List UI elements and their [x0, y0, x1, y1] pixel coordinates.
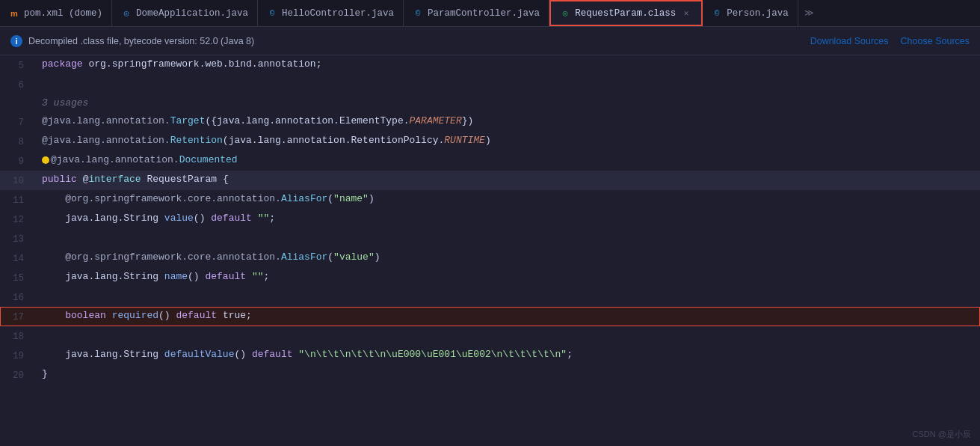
code-line-13: 13 — [0, 229, 980, 248]
line-content-5: package org.springframework.web.bind.ann… — [36, 55, 980, 73]
line-content-17: boolean required() default true; — [36, 307, 980, 325]
tab-dome-application[interactable]: ◎ DomeApplication.java — [112, 0, 258, 26]
code-line-10: 10 public @interface RequestParam { — [0, 171, 980, 190]
tab-pom[interactable]: m pom.xml (dome) — [0, 0, 112, 26]
line-num-8: 8 — [0, 132, 36, 151]
code-line-6: 6 — [0, 75, 980, 94]
tab-request-label: RequestParam.class — [575, 8, 676, 19]
code-line-19: 19 java.lang.String defaultValue() defau… — [0, 346, 980, 365]
line-num-5: 5 — [0, 55, 36, 75]
info-left: i Decompiled .class file, bytecode versi… — [10, 35, 254, 47]
tab-person-label: Person.java — [727, 8, 789, 19]
line-num-usages — [0, 94, 36, 96]
line-content-13 — [36, 229, 980, 232]
tab-dome-label: DomeApplication.java — [136, 8, 248, 19]
line-num-14: 14 — [0, 248, 36, 268]
download-sources-link[interactable]: Download Sources — [810, 36, 889, 46]
line-content-7: @java.lang.annotation.Target({java.lang.… — [36, 112, 980, 130]
tab-close-button[interactable]: ✕ — [680, 7, 692, 19]
code-line-15: 15 java.lang.String name() default ""; — [0, 268, 980, 287]
code-line-7: 7 @java.lang.annotation.Target({java.lan… — [0, 112, 980, 132]
code-area: 5 package org.springframework.web.bind.a… — [0, 55, 980, 446]
tab-hello-controller[interactable]: © HelloController.java — [258, 0, 404, 26]
code-line-11: 11 @org.springframework.core.annotation.… — [0, 190, 980, 210]
code-line-20: 20 } — [0, 365, 980, 385]
line-content-8: @java.lang.annotation.Retention(java.lan… — [36, 132, 980, 150]
request-icon: ◎ — [560, 8, 570, 19]
line-num-7: 7 — [0, 112, 36, 132]
tab-person[interactable]: © Person.java — [703, 0, 798, 26]
line-num-6: 6 — [0, 75, 36, 94]
code-line-12: 12 java.lang.String value() default ""; — [0, 210, 980, 229]
line-content-11: @org.springframework.core.annotation.Ali… — [36, 190, 980, 208]
line-num-10: 10 — [0, 171, 36, 190]
line-content-15: java.lang.String name() default ""; — [36, 268, 980, 286]
line-num-15: 15 — [0, 268, 36, 287]
code-line-16: 16 — [0, 287, 980, 307]
line-content-usages: 3 usages — [36, 94, 980, 112]
code-line-18: 18 — [0, 326, 980, 346]
line-content-12: java.lang.String value() default ""; — [36, 210, 980, 227]
line-content-20: } — [36, 365, 980, 383]
line-num-16: 16 — [0, 287, 36, 307]
code-line-14: 14 @org.springframework.core.annotation.… — [0, 248, 980, 268]
tab-request-param[interactable]: ◎ RequestParam.class ✕ — [549, 0, 703, 26]
line-content-6 — [36, 75, 980, 78]
person-icon: © — [712, 8, 722, 19]
line-num-12: 12 — [0, 210, 36, 229]
line-num-9: 9 — [0, 151, 36, 171]
code-line-8: 8 @java.lang.annotation.Retention(java.l… — [0, 132, 980, 151]
tab-param-label: ParamController.java — [428, 8, 540, 19]
dome-icon: ◎ — [121, 8, 132, 19]
line-content-14: @org.springframework.core.annotation.Ali… — [36, 248, 980, 266]
info-right: Download Sources Choose Sources — [810, 36, 970, 46]
tab-hello-label: HelloController.java — [282, 8, 394, 19]
line-num-19: 19 — [0, 346, 36, 365]
code-line-5: 5 package org.springframework.web.bind.a… — [0, 55, 980, 75]
line-num-13: 13 — [0, 229, 36, 248]
tab-param-controller[interactable]: © ParamController.java — [404, 0, 549, 26]
line-num-20: 20 — [0, 365, 36, 385]
line-num-17: 17 — [0, 307, 36, 326]
line-num-11: 11 — [0, 190, 36, 210]
line-content-9: @java.lang.annotation.Documented — [36, 151, 980, 169]
info-bar: i Decompiled .class file, bytecode versi… — [0, 27, 980, 55]
pom-icon: m — [9, 8, 19, 19]
line-content-18 — [36, 326, 980, 329]
tab-bar: m pom.xml (dome) ◎ DomeApplication.java … — [0, 0, 980, 27]
choose-sources-link[interactable]: Choose Sources — [901, 36, 970, 46]
hello-icon: © — [267, 8, 277, 19]
decompiled-message: Decompiled .class file, bytecode version… — [28, 36, 254, 46]
code-line-9: 9 @java.lang.annotation.Documented — [0, 151, 980, 171]
tab-pom-label: pom.xml (dome) — [24, 8, 102, 19]
param-icon: © — [413, 8, 423, 19]
line-num-18: 18 — [0, 326, 36, 346]
tab-overflow-button[interactable]: ≫ — [798, 7, 820, 19]
code-line-usages: 3 usages — [0, 94, 980, 112]
line-content-19: java.lang.String defaultValue() default … — [36, 346, 980, 364]
watermark: CSDN @是小辰 — [913, 429, 971, 440]
info-icon: i — [10, 35, 22, 47]
line-content-16 — [36, 287, 980, 290]
line-content-10: public @interface RequestParam { — [36, 171, 980, 189]
code-line-17: 17 boolean required() default true; — [0, 307, 980, 326]
